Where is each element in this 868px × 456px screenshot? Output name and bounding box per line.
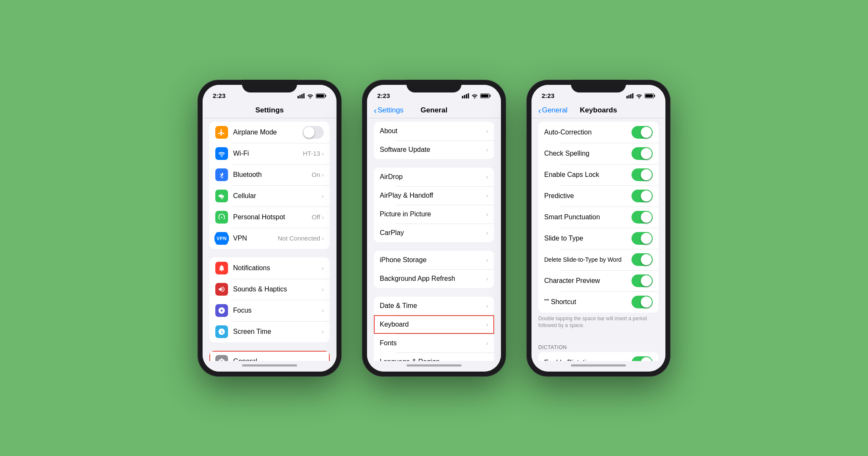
scroll-content-3[interactable]: Auto-Correction Check Spelling Enable Ca… bbox=[531, 118, 665, 361]
svg-rect-12 bbox=[490, 95, 491, 97]
enabledictation-toggle[interactable] bbox=[632, 356, 653, 361]
settings-row-cellular[interactable]: Cellular › bbox=[209, 185, 330, 207]
focus-chevron: › bbox=[322, 307, 324, 314]
phones-container: 2:23 Settings bbox=[198, 80, 670, 377]
settings-row-screentime[interactable]: Screen Time › bbox=[209, 321, 330, 342]
settings-section-1-1: Airplane Mode Wi-Fi HT-13 › bbox=[203, 122, 337, 249]
settings-row-shortcut[interactable]: "" Shortcut bbox=[538, 291, 659, 313]
settings-group-2-1: About › Software Update › bbox=[374, 122, 494, 159]
settings-group-3-dictation: Enable Dictation bbox=[538, 352, 659, 361]
settings-row-sounds[interactable]: Sounds & Haptics › bbox=[209, 279, 330, 300]
back-arrow-3: ‹ bbox=[538, 106, 541, 115]
settings-row-characterpreview[interactable]: Character Preview bbox=[538, 270, 659, 291]
general-svg bbox=[218, 358, 225, 361]
back-button-3[interactable]: ‹ General bbox=[538, 106, 568, 115]
checkspelling-label: Check Spelling bbox=[544, 150, 632, 157]
settings-row-fonts[interactable]: Fonts › bbox=[374, 334, 494, 352]
settings-row-enablecapslock[interactable]: Enable Caps Lock bbox=[538, 164, 659, 185]
settings-section-2-1: About › Software Update › bbox=[367, 122, 501, 159]
settings-row-about[interactable]: About › bbox=[374, 122, 494, 140]
hotspot-chevron: › bbox=[322, 214, 324, 221]
settings-row-airdrop[interactable]: AirDrop › bbox=[374, 168, 494, 186]
wifi-label: Wi-Fi bbox=[233, 150, 303, 157]
languageregion-label: Language & Region bbox=[380, 358, 486, 361]
settings-row-enabledictation[interactable]: Enable Dictation bbox=[538, 352, 659, 361]
characterpreview-toggle[interactable] bbox=[632, 274, 653, 287]
carplay-chevron: › bbox=[486, 229, 488, 236]
settings-group-3-toggles: Auto-Correction Check Spelling Enable Ca… bbox=[538, 122, 659, 313]
home-bar-3 bbox=[571, 364, 626, 366]
about-chevron: › bbox=[486, 128, 488, 134]
hotspot-row-icon bbox=[215, 211, 228, 224]
predictive-toggle[interactable] bbox=[632, 190, 653, 202]
back-button-2[interactable]: ‹ Settings bbox=[374, 106, 403, 115]
smartpunctuation-toggle[interactable] bbox=[632, 211, 653, 224]
svg-rect-16 bbox=[630, 94, 632, 98]
settings-row-notifications[interactable]: Notifications › bbox=[209, 257, 330, 279]
wifi-row-svg bbox=[218, 150, 225, 157]
settings-row-softwareupdate[interactable]: Software Update › bbox=[374, 140, 494, 159]
airplane-toggle-knob bbox=[303, 127, 314, 138]
settings-row-smartpunctuation[interactable]: Smart Punctuation bbox=[538, 207, 659, 228]
settings-row-deleteslide[interactable]: Delete Slide-to-Type by Word bbox=[538, 249, 659, 270]
settings-group-1-3: General › Control Center › bbox=[209, 351, 330, 361]
signal-icon-2 bbox=[462, 93, 469, 98]
settings-row-hotspot[interactable]: Personal Hotspot Off › bbox=[209, 207, 330, 228]
airplane-label: Airplane Mode bbox=[233, 129, 303, 136]
enablecapslock-toggle[interactable] bbox=[632, 168, 653, 181]
notifications-label: Notifications bbox=[233, 264, 322, 272]
phone-1-screen: 2:23 Settings bbox=[203, 85, 337, 372]
settings-row-datetime[interactable]: Date & Time › bbox=[374, 297, 494, 315]
focus-svg bbox=[218, 307, 225, 314]
scroll-content-1[interactable]: Airplane Mode Wi-Fi HT-13 › bbox=[203, 118, 337, 361]
notifications-svg bbox=[218, 264, 225, 272]
svg-rect-6 bbox=[317, 94, 324, 97]
autocorrection-toggle[interactable] bbox=[632, 126, 653, 139]
shortcut-toggle[interactable] bbox=[632, 296, 653, 308]
phone-3-screen: 2:23 ‹ General Keyboards bbox=[531, 85, 665, 372]
settings-row-keyboard[interactable]: Keyboard › bbox=[374, 315, 494, 334]
iphonestorage-chevron: › bbox=[486, 257, 488, 263]
settings-row-bluetooth[interactable]: Bluetooth On › bbox=[209, 164, 330, 185]
bluetooth-value: On bbox=[312, 171, 320, 178]
phone-3: 2:23 ‹ General Keyboards bbox=[526, 80, 670, 377]
phone-2-screen: 2:23 ‹ Settings General bbox=[367, 85, 501, 372]
settings-row-wifi[interactable]: Wi-Fi HT-13 › bbox=[209, 143, 330, 164]
svg-rect-1 bbox=[300, 95, 301, 98]
settings-row-carplay[interactable]: CarPlay › bbox=[374, 224, 494, 242]
cellular-row-icon bbox=[215, 190, 228, 202]
screentime-row-icon bbox=[215, 325, 228, 338]
settings-row-airplane[interactable]: Airplane Mode bbox=[209, 122, 330, 143]
svg-rect-8 bbox=[464, 95, 465, 98]
settings-row-focus[interactable]: Focus › bbox=[209, 300, 330, 321]
settings-row-checkspelling[interactable]: Check Spelling bbox=[538, 143, 659, 164]
scroll-content-2[interactable]: About › Software Update › AirDrop bbox=[367, 118, 501, 361]
settings-row-languageregion[interactable]: Language & Region › bbox=[374, 352, 494, 361]
settings-row-airplay[interactable]: AirPlay & Handoff › bbox=[374, 186, 494, 205]
settings-row-iphonestorage[interactable]: iPhone Storage › bbox=[374, 251, 494, 269]
svg-rect-20 bbox=[645, 94, 653, 97]
settings-group-1-1: Airplane Mode Wi-Fi HT-13 › bbox=[209, 122, 330, 249]
checkspelling-toggle[interactable] bbox=[632, 147, 653, 160]
svg-rect-0 bbox=[298, 96, 299, 98]
settings-row-autocorrection[interactable]: Auto-Correction bbox=[538, 122, 659, 143]
back-arrow-2: ‹ bbox=[374, 106, 377, 115]
nav-title-3: Keyboards bbox=[580, 106, 617, 115]
settings-row-pictureinpicture[interactable]: Picture in Picture › bbox=[374, 205, 494, 224]
settings-row-backgroundapprefresh[interactable]: Background App Refresh › bbox=[374, 269, 494, 288]
settings-row-slidetotype[interactable]: Slide to Type bbox=[538, 228, 659, 249]
slidetotype-toggle[interactable] bbox=[632, 232, 653, 245]
sounds-row-icon bbox=[215, 283, 228, 296]
deleteslide-toggle[interactable] bbox=[632, 253, 653, 266]
bluetooth-chevron: › bbox=[322, 171, 324, 178]
nav-bar-3: ‹ General Keyboards bbox=[531, 104, 665, 118]
battery-icon bbox=[316, 93, 326, 98]
general-label: General bbox=[233, 358, 322, 361]
settings-row-general[interactable]: General › bbox=[209, 351, 330, 361]
screentime-label: Screen Time bbox=[233, 328, 322, 336]
svg-rect-5 bbox=[326, 95, 326, 97]
settings-row-predictive[interactable]: Predictive bbox=[538, 185, 659, 207]
deleteslide-label: Delete Slide-to-Type by Word bbox=[544, 256, 632, 263]
settings-row-vpn[interactable]: VPN VPN Not Connected › bbox=[209, 228, 330, 249]
airplane-toggle[interactable] bbox=[303, 126, 324, 139]
